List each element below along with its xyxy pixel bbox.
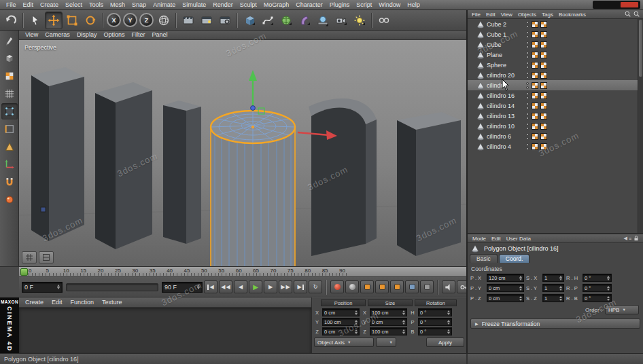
- spinner-icon[interactable]: [355, 310, 358, 315]
- add-light-button[interactable]: [351, 12, 368, 29]
- go-to-start-button[interactable]: ◀: [204, 280, 218, 293]
- record-scale-toggle[interactable]: [375, 280, 389, 293]
- size-field[interactable]: 100 cm: [370, 327, 407, 335]
- freeze-transformation-header[interactable]: ▶ Freeze Transformation: [470, 318, 640, 329]
- material-menu-item[interactable]: Edit: [48, 297, 67, 308]
- record-parameter-toggle[interactable]: [405, 280, 419, 293]
- texture-tag-icon[interactable]: [532, 113, 538, 120]
- uvw-tag-icon[interactable]: [540, 31, 547, 38]
- position-field[interactable]: 0 cm: [487, 284, 524, 292]
- texture-tag-icon[interactable]: [532, 41, 538, 48]
- snap-magnet-button[interactable]: [1, 174, 18, 190]
- visibility-toggles[interactable]: [526, 82, 529, 89]
- loop-mode-button[interactable]: ↻: [309, 280, 322, 293]
- object-manager-menu-item[interactable]: File: [469, 10, 483, 20]
- add-camera-button[interactable]: [332, 12, 350, 29]
- uvw-tag-icon[interactable]: [540, 123, 547, 130]
- lock-x-axis-button[interactable]: X: [107, 13, 121, 27]
- viewport-camera-label[interactable]: Perspective: [24, 44, 56, 51]
- rotation-field[interactable]: 0 °: [583, 274, 612, 282]
- attribute-menu-item[interactable]: Edit: [489, 234, 504, 244]
- add-generator-button[interactable]: [277, 12, 295, 29]
- workplane-mode-button[interactable]: [1, 86, 18, 102]
- uvw-tag-icon[interactable]: [540, 113, 547, 120]
- menu-item[interactable]: Animate: [150, 0, 179, 10]
- rotation-field[interactable]: 0 °: [418, 318, 452, 326]
- position-field[interactable]: 0 cm: [487, 294, 524, 302]
- object-manager-menu-item[interactable]: Edit: [483, 10, 498, 20]
- spinner-icon[interactable]: [559, 276, 562, 280]
- viewport-menu-item[interactable]: Options: [100, 30, 128, 40]
- record-position-toggle[interactable]: [360, 280, 374, 293]
- spinner-icon[interactable]: [607, 276, 610, 280]
- position-field[interactable]: 0 cm: [322, 327, 360, 335]
- texture-tag-icon[interactable]: [532, 21, 538, 28]
- object-list-scrollbar[interactable]: [638, 19, 643, 233]
- end-frame-field[interactable]: 90 F: [162, 282, 203, 293]
- menu-item[interactable]: Help: [404, 0, 423, 10]
- position-field[interactable]: 100 cm: [322, 318, 360, 326]
- view-settings-button[interactable]: [39, 251, 54, 263]
- render-view-button[interactable]: [179, 12, 197, 29]
- go-to-end-button[interactable]: ▶: [294, 280, 307, 293]
- spinner-icon[interactable]: [57, 285, 60, 289]
- attribute-menu-item[interactable]: User Data: [504, 234, 534, 244]
- move-tool-button[interactable]: [45, 12, 63, 29]
- visibility-toggles[interactable]: [526, 133, 529, 140]
- display-toggle-button[interactable]: [375, 12, 393, 29]
- texture-tag-icon[interactable]: [532, 62, 538, 69]
- object-row[interactable]: cilindro 6: [468, 131, 638, 141]
- texture-tag-icon[interactable]: [532, 52, 538, 58]
- visibility-toggles[interactable]: [526, 52, 529, 58]
- menu-item[interactable]: Window: [375, 0, 404, 10]
- polygons-mode-button[interactable]: [1, 139, 18, 155]
- uvw-tag-icon[interactable]: [540, 143, 547, 150]
- menu-item[interactable]: Sculpt: [237, 0, 260, 10]
- texture-tag-icon[interactable]: [532, 143, 538, 150]
- menu-item[interactable]: Plugins: [326, 0, 353, 10]
- object-row[interactable]: cilindro 20: [468, 70, 638, 80]
- object-row[interactable]: cilindro 4: [468, 141, 638, 151]
- edges-mode-button[interactable]: [1, 121, 18, 137]
- menu-item[interactable]: Select: [62, 0, 86, 10]
- scale-field[interactable]: 1: [542, 284, 564, 292]
- spinner-icon[interactable]: [402, 329, 405, 334]
- record-keyframe-button[interactable]: [330, 280, 344, 293]
- sound-toggle-button[interactable]: [442, 280, 455, 293]
- secondary-dropdown[interactable]: ▼: [376, 338, 396, 347]
- visibility-toggles[interactable]: [526, 113, 529, 120]
- select-tool-button[interactable]: [27, 12, 44, 29]
- coordinate-mode-dropdown[interactable]: Object Axis▼: [314, 338, 374, 347]
- previous-frame-button[interactable]: ◀: [234, 280, 247, 293]
- visibility-toggles[interactable]: [526, 21, 529, 28]
- viewport-menu-item[interactable]: View: [22, 30, 41, 40]
- lock-icon[interactable]: [633, 235, 640, 242]
- spinner-icon[interactable]: [402, 310, 405, 315]
- viewport-menu-item[interactable]: Display: [73, 30, 101, 40]
- menu-item[interactable]: Snap: [128, 0, 150, 10]
- rotate-tool-button[interactable]: [82, 12, 99, 29]
- rotation-field[interactable]: 0 °: [418, 327, 452, 335]
- record-rotation-toggle[interactable]: [390, 280, 404, 293]
- scale-field[interactable]: 1: [542, 294, 564, 302]
- object-row[interactable]: Plane: [468, 50, 638, 60]
- rotation-field[interactable]: 0 °: [418, 308, 452, 316]
- texture-tag-icon[interactable]: [532, 103, 538, 109]
- add-environment-button[interactable]: [314, 12, 332, 29]
- menu-item[interactable]: Tools: [86, 0, 107, 10]
- size-field[interactable]: 100 cm: [370, 308, 407, 316]
- uvw-tag-icon[interactable]: [540, 21, 547, 28]
- texture-tag-icon[interactable]: [532, 72, 538, 79]
- tab-coord[interactable]: Coord.: [499, 254, 530, 263]
- spinner-icon[interactable]: [519, 296, 522, 301]
- texture-tag-icon[interactable]: [532, 31, 538, 38]
- object-manager-menu-item[interactable]: View: [498, 10, 515, 20]
- uvw-tag-icon[interactable]: [540, 133, 547, 140]
- menu-item[interactable]: Mesh: [107, 0, 128, 10]
- material-menu-item[interactable]: Create: [21, 297, 48, 308]
- tab-basic[interactable]: Basic: [470, 254, 498, 263]
- find-icon[interactable]: [624, 10, 631, 18]
- spinner-icon[interactable]: [519, 276, 522, 280]
- uvw-tag-icon[interactable]: [540, 41, 547, 48]
- viewport-menu-item[interactable]: Filter: [128, 30, 148, 40]
